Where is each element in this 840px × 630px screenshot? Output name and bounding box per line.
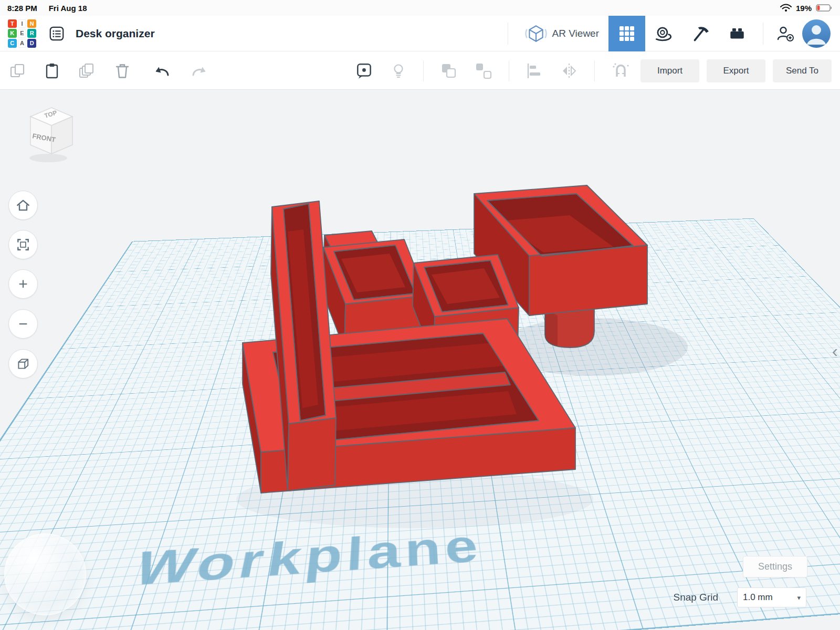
snap-grid-label: Snap Grid <box>673 592 718 603</box>
ar-viewer-button[interactable]: AR Viewer <box>516 23 608 45</box>
edit-toolbar: Import Export Send To <box>0 51 840 90</box>
lego-export-button[interactable] <box>719 16 755 51</box>
notes-button[interactable] <box>355 61 374 80</box>
divider <box>508 23 508 45</box>
account-avatar[interactable] <box>802 19 831 48</box>
redo-button[interactable] <box>189 62 209 80</box>
battery-icon <box>816 4 833 12</box>
panel-collapse-chevron[interactable]: ‹ <box>832 341 838 361</box>
ruler-magnet-button[interactable] <box>611 61 631 80</box>
ungroup-button[interactable] <box>474 61 493 80</box>
send-to-button[interactable]: Send To <box>773 59 832 82</box>
person-add-icon <box>775 24 794 43</box>
grid-icon <box>618 25 635 42</box>
header-bar: T I N K E R C A D Desk organizer AR View <box>0 16 840 51</box>
tips-button[interactable] <box>390 62 407 80</box>
view-cube[interactable]: TOP FRONT <box>25 103 80 165</box>
group-button[interactable] <box>439 61 458 80</box>
minecraft-export-button[interactable] <box>682 16 719 51</box>
document-title[interactable]: Desk organizer <box>76 27 155 40</box>
paste-button[interactable] <box>43 62 61 80</box>
status-bar: 8:28 PM Fri Aug 18 19% <box>0 0 840 16</box>
dropdown-caret-icon: ▾ <box>797 594 801 602</box>
delete-button[interactable] <box>113 62 131 80</box>
divider <box>763 23 763 45</box>
tinkercad-logo[interactable]: T I N K E R C A D <box>7 19 37 48</box>
date: Fri Aug 18 <box>49 4 87 13</box>
wifi-icon <box>780 4 792 12</box>
copy-button[interactable] <box>8 62 26 80</box>
pickaxe-icon <box>691 24 710 43</box>
export-button[interactable]: Export <box>707 59 765 82</box>
undo-button[interactable] <box>152 62 172 80</box>
battery-percent: 19% <box>796 4 812 13</box>
orbit-control-puck[interactable] <box>4 533 86 615</box>
share-invite-button[interactable] <box>771 16 799 51</box>
ar-viewer-label: AR Viewer <box>552 28 599 39</box>
design-properties-icon[interactable] <box>48 25 65 42</box>
ar-cube-icon <box>525 23 547 45</box>
desk-organizer-model[interactable] <box>0 90 840 630</box>
view-3d-grid-button[interactable] <box>608 16 645 51</box>
sim-lab-snail-icon <box>654 24 673 43</box>
divider <box>509 60 509 81</box>
sim-lab-button[interactable] <box>645 16 682 51</box>
snap-grid-value: 1.0 mm <box>743 592 773 603</box>
viewport[interactable]: Workplane <box>0 90 840 630</box>
fit-view-button[interactable] <box>8 230 38 259</box>
snap-grid-dropdown[interactable]: 1.0 mm ▾ <box>737 587 806 607</box>
divider <box>423 60 424 81</box>
duplicate-button[interactable] <box>78 61 97 80</box>
perspective-toggle-button[interactable] <box>8 349 38 379</box>
divider <box>594 60 595 81</box>
align-button[interactable] <box>525 61 544 80</box>
avatar-person-icon <box>802 19 831 48</box>
zoom-in-button[interactable]: + <box>8 269 38 299</box>
home-view-button[interactable] <box>8 191 38 220</box>
brick-icon <box>728 24 747 43</box>
mirror-button[interactable] <box>560 61 579 80</box>
settings-button[interactable]: Settings <box>743 556 807 578</box>
clock: 8:28 PM <box>7 4 37 13</box>
zoom-out-button[interactable]: − <box>8 309 38 339</box>
import-button[interactable]: Import <box>640 59 699 82</box>
